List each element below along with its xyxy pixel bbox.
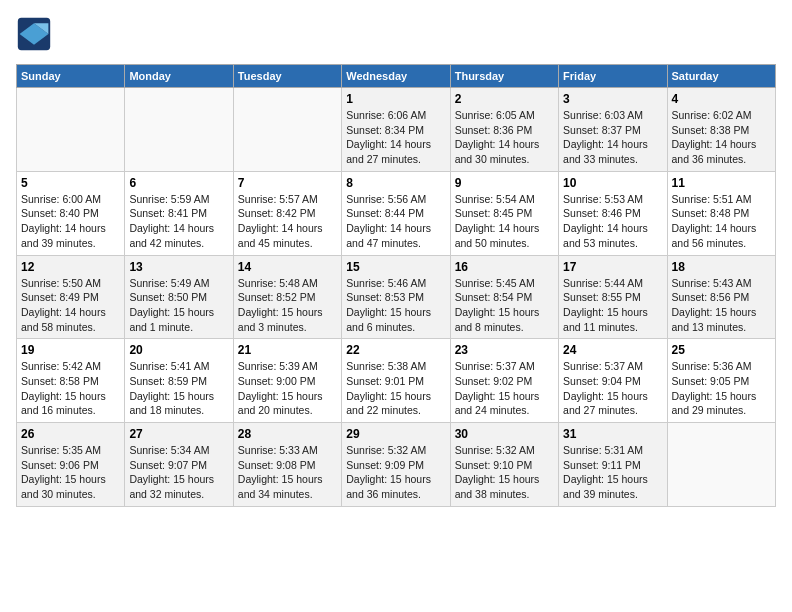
day-cell: 27Sunrise: 5:34 AM Sunset: 9:07 PM Dayli…	[125, 423, 233, 507]
day-number: 24	[563, 343, 662, 357]
day-number: 5	[21, 176, 120, 190]
page-header	[16, 16, 776, 52]
day-header-monday: Monday	[125, 65, 233, 88]
day-info: Sunrise: 5:48 AM Sunset: 8:52 PM Dayligh…	[238, 276, 337, 335]
day-header-tuesday: Tuesday	[233, 65, 341, 88]
day-info: Sunrise: 5:44 AM Sunset: 8:55 PM Dayligh…	[563, 276, 662, 335]
day-cell: 25Sunrise: 5:36 AM Sunset: 9:05 PM Dayli…	[667, 339, 775, 423]
day-number: 26	[21, 427, 120, 441]
day-cell: 30Sunrise: 5:32 AM Sunset: 9:10 PM Dayli…	[450, 423, 558, 507]
day-info: Sunrise: 5:59 AM Sunset: 8:41 PM Dayligh…	[129, 192, 228, 251]
day-cell: 9Sunrise: 5:54 AM Sunset: 8:45 PM Daylig…	[450, 171, 558, 255]
day-cell: 4Sunrise: 6:02 AM Sunset: 8:38 PM Daylig…	[667, 88, 775, 172]
day-info: Sunrise: 5:46 AM Sunset: 8:53 PM Dayligh…	[346, 276, 445, 335]
day-cell: 21Sunrise: 5:39 AM Sunset: 9:00 PM Dayli…	[233, 339, 341, 423]
day-cell: 7Sunrise: 5:57 AM Sunset: 8:42 PM Daylig…	[233, 171, 341, 255]
day-cell: 23Sunrise: 5:37 AM Sunset: 9:02 PM Dayli…	[450, 339, 558, 423]
day-header-friday: Friday	[559, 65, 667, 88]
day-cell: 19Sunrise: 5:42 AM Sunset: 8:58 PM Dayli…	[17, 339, 125, 423]
day-info: Sunrise: 5:38 AM Sunset: 9:01 PM Dayligh…	[346, 359, 445, 418]
day-number: 18	[672, 260, 771, 274]
day-info: Sunrise: 5:34 AM Sunset: 9:07 PM Dayligh…	[129, 443, 228, 502]
day-number: 31	[563, 427, 662, 441]
day-number: 4	[672, 92, 771, 106]
day-header-saturday: Saturday	[667, 65, 775, 88]
day-info: Sunrise: 5:31 AM Sunset: 9:11 PM Dayligh…	[563, 443, 662, 502]
day-info: Sunrise: 5:57 AM Sunset: 8:42 PM Dayligh…	[238, 192, 337, 251]
day-number: 17	[563, 260, 662, 274]
day-info: Sunrise: 5:56 AM Sunset: 8:44 PM Dayligh…	[346, 192, 445, 251]
day-cell: 26Sunrise: 5:35 AM Sunset: 9:06 PM Dayli…	[17, 423, 125, 507]
day-info: Sunrise: 5:53 AM Sunset: 8:46 PM Dayligh…	[563, 192, 662, 251]
logo	[16, 16, 56, 52]
day-info: Sunrise: 5:50 AM Sunset: 8:49 PM Dayligh…	[21, 276, 120, 335]
day-info: Sunrise: 6:03 AM Sunset: 8:37 PM Dayligh…	[563, 108, 662, 167]
header-row: SundayMondayTuesdayWednesdayThursdayFrid…	[17, 65, 776, 88]
day-number: 9	[455, 176, 554, 190]
week-row-3: 12Sunrise: 5:50 AM Sunset: 8:49 PM Dayli…	[17, 255, 776, 339]
day-cell: 29Sunrise: 5:32 AM Sunset: 9:09 PM Dayli…	[342, 423, 450, 507]
day-number: 2	[455, 92, 554, 106]
day-info: Sunrise: 5:43 AM Sunset: 8:56 PM Dayligh…	[672, 276, 771, 335]
day-number: 30	[455, 427, 554, 441]
day-number: 14	[238, 260, 337, 274]
day-cell: 16Sunrise: 5:45 AM Sunset: 8:54 PM Dayli…	[450, 255, 558, 339]
day-cell: 31Sunrise: 5:31 AM Sunset: 9:11 PM Dayli…	[559, 423, 667, 507]
day-cell	[667, 423, 775, 507]
day-number: 27	[129, 427, 228, 441]
day-info: Sunrise: 6:05 AM Sunset: 8:36 PM Dayligh…	[455, 108, 554, 167]
day-number: 21	[238, 343, 337, 357]
logo-icon	[16, 16, 52, 52]
day-number: 11	[672, 176, 771, 190]
day-cell: 17Sunrise: 5:44 AM Sunset: 8:55 PM Dayli…	[559, 255, 667, 339]
day-info: Sunrise: 5:54 AM Sunset: 8:45 PM Dayligh…	[455, 192, 554, 251]
day-number: 28	[238, 427, 337, 441]
day-number: 20	[129, 343, 228, 357]
day-info: Sunrise: 6:00 AM Sunset: 8:40 PM Dayligh…	[21, 192, 120, 251]
day-header-wednesday: Wednesday	[342, 65, 450, 88]
day-number: 7	[238, 176, 337, 190]
day-info: Sunrise: 6:02 AM Sunset: 8:38 PM Dayligh…	[672, 108, 771, 167]
calendar-table: SundayMondayTuesdayWednesdayThursdayFrid…	[16, 64, 776, 507]
day-cell: 20Sunrise: 5:41 AM Sunset: 8:59 PM Dayli…	[125, 339, 233, 423]
day-info: Sunrise: 6:06 AM Sunset: 8:34 PM Dayligh…	[346, 108, 445, 167]
day-info: Sunrise: 5:42 AM Sunset: 8:58 PM Dayligh…	[21, 359, 120, 418]
day-cell: 15Sunrise: 5:46 AM Sunset: 8:53 PM Dayli…	[342, 255, 450, 339]
day-info: Sunrise: 5:32 AM Sunset: 9:10 PM Dayligh…	[455, 443, 554, 502]
day-cell: 18Sunrise: 5:43 AM Sunset: 8:56 PM Dayli…	[667, 255, 775, 339]
day-info: Sunrise: 5:49 AM Sunset: 8:50 PM Dayligh…	[129, 276, 228, 335]
day-info: Sunrise: 5:39 AM Sunset: 9:00 PM Dayligh…	[238, 359, 337, 418]
day-cell	[233, 88, 341, 172]
day-number: 15	[346, 260, 445, 274]
day-info: Sunrise: 5:35 AM Sunset: 9:06 PM Dayligh…	[21, 443, 120, 502]
day-cell: 11Sunrise: 5:51 AM Sunset: 8:48 PM Dayli…	[667, 171, 775, 255]
day-number: 13	[129, 260, 228, 274]
day-number: 1	[346, 92, 445, 106]
week-row-4: 19Sunrise: 5:42 AM Sunset: 8:58 PM Dayli…	[17, 339, 776, 423]
day-info: Sunrise: 5:33 AM Sunset: 9:08 PM Dayligh…	[238, 443, 337, 502]
day-cell: 28Sunrise: 5:33 AM Sunset: 9:08 PM Dayli…	[233, 423, 341, 507]
day-cell: 24Sunrise: 5:37 AM Sunset: 9:04 PM Dayli…	[559, 339, 667, 423]
day-info: Sunrise: 5:41 AM Sunset: 8:59 PM Dayligh…	[129, 359, 228, 418]
day-cell: 2Sunrise: 6:05 AM Sunset: 8:36 PM Daylig…	[450, 88, 558, 172]
day-cell: 12Sunrise: 5:50 AM Sunset: 8:49 PM Dayli…	[17, 255, 125, 339]
day-cell: 14Sunrise: 5:48 AM Sunset: 8:52 PM Dayli…	[233, 255, 341, 339]
day-number: 29	[346, 427, 445, 441]
day-number: 3	[563, 92, 662, 106]
day-number: 6	[129, 176, 228, 190]
day-cell: 22Sunrise: 5:38 AM Sunset: 9:01 PM Dayli…	[342, 339, 450, 423]
day-info: Sunrise: 5:37 AM Sunset: 9:04 PM Dayligh…	[563, 359, 662, 418]
day-number: 16	[455, 260, 554, 274]
day-number: 23	[455, 343, 554, 357]
day-info: Sunrise: 5:37 AM Sunset: 9:02 PM Dayligh…	[455, 359, 554, 418]
day-number: 8	[346, 176, 445, 190]
week-row-1: 1Sunrise: 6:06 AM Sunset: 8:34 PM Daylig…	[17, 88, 776, 172]
day-cell: 5Sunrise: 6:00 AM Sunset: 8:40 PM Daylig…	[17, 171, 125, 255]
day-number: 19	[21, 343, 120, 357]
day-cell	[17, 88, 125, 172]
day-info: Sunrise: 5:36 AM Sunset: 9:05 PM Dayligh…	[672, 359, 771, 418]
day-number: 12	[21, 260, 120, 274]
day-cell: 1Sunrise: 6:06 AM Sunset: 8:34 PM Daylig…	[342, 88, 450, 172]
day-cell: 6Sunrise: 5:59 AM Sunset: 8:41 PM Daylig…	[125, 171, 233, 255]
week-row-5: 26Sunrise: 5:35 AM Sunset: 9:06 PM Dayli…	[17, 423, 776, 507]
